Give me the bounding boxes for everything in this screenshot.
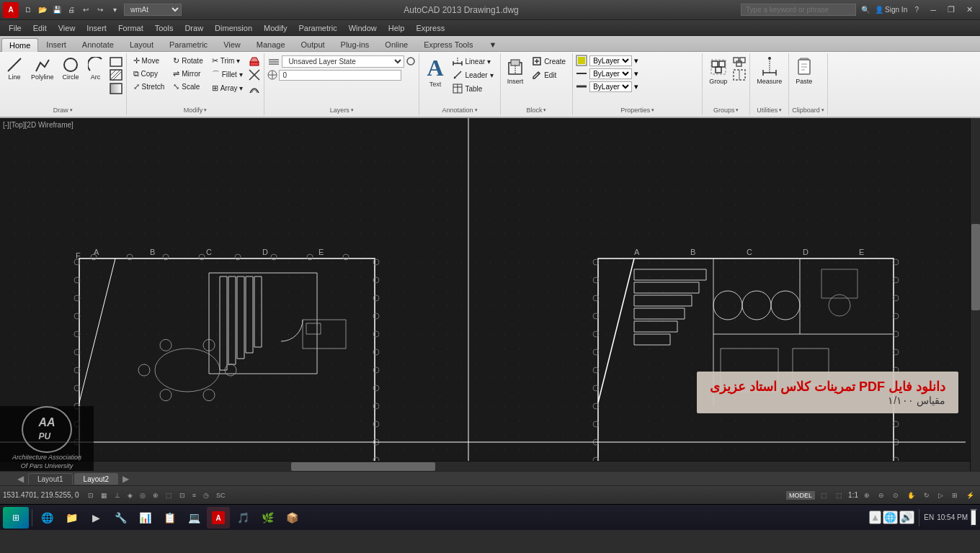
lweight-button[interactable]: ≡	[190, 490, 199, 500]
paste-button[interactable]: Paste	[792, 55, 816, 87]
viewport-lock[interactable]: ⬚	[833, 490, 845, 500]
bylayer-linetype-select[interactable]: ByLayer	[589, 68, 632, 79]
snap-button[interactable]: ⊡	[85, 490, 97, 500]
undo-button[interactable]: ↩	[79, 4, 92, 17]
color-dropdown-arrow[interactable]: ▾	[634, 56, 638, 66]
task3[interactable]: 📋	[158, 507, 181, 529]
insert-button[interactable]: Insert	[504, 55, 527, 87]
properties-group-label[interactable]: Properties ▾	[576, 105, 699, 114]
utilities-group-label[interactable]: Utilities ▾	[753, 105, 785, 114]
table-button[interactable]: Table	[449, 82, 496, 95]
sc-button[interactable]: SC	[213, 490, 228, 500]
tab-annotate[interactable]: Annotate	[74, 37, 122, 51]
help-icon[interactable]: ?	[910, 4, 923, 17]
save-button[interactable]: 💾	[50, 4, 63, 17]
orbit[interactable]: ↻	[921, 490, 932, 500]
linear-button[interactable]: Linear ▾	[449, 55, 496, 68]
array-button[interactable]: ⊞Array ▾	[208, 82, 247, 94]
leader-button[interactable]: Leader ▾	[449, 68, 496, 81]
network-icon[interactable]: 🌐	[883, 511, 898, 524]
tab-layout2[interactable]: Layout2	[74, 473, 119, 485]
arc-button[interactable]: Arc	[84, 55, 107, 83]
tab-more[interactable]: ▼	[481, 37, 504, 51]
bylayer-color-select[interactable]: ByLayer	[589, 55, 632, 66]
show-motion[interactable]: ▷	[935, 490, 946, 500]
tab-home[interactable]: Home	[1, 38, 38, 52]
rotate-button[interactable]: ↻Rotate	[169, 55, 206, 67]
copy-button[interactable]: ⧉Copy	[130, 68, 169, 80]
menu-help[interactable]: Help	[383, 22, 411, 34]
viewport-scale[interactable]: ⬚	[818, 490, 830, 500]
group-button[interactable]: Group	[705, 55, 731, 87]
close-button[interactable]: ✕	[962, 4, 977, 16]
fillet-button[interactable]: ⌒Fillet ▾	[208, 68, 247, 81]
autocad-taskbar[interactable]: A	[207, 507, 230, 529]
pan[interactable]: ✋	[904, 490, 918, 500]
tab-parametric[interactable]: Parametric	[161, 37, 215, 51]
clipboard-group-label[interactable]: Clipboard ▾	[792, 105, 824, 114]
zoom-in[interactable]: ⊕	[861, 490, 873, 500]
ie-button[interactable]: 🌐	[35, 507, 58, 529]
tab-insert[interactable]: Insert	[38, 37, 74, 51]
workspace-dropdown[interactable]: wmAt	[124, 4, 182, 16]
menu-view[interactable]: View	[53, 22, 81, 34]
restore-button[interactable]: ❐	[943, 4, 959, 16]
menu-dimension[interactable]: Dimension	[209, 22, 258, 34]
menu-parametric[interactable]: Parametric	[293, 22, 342, 34]
workspace[interactable]: ⊞	[949, 490, 961, 500]
task6[interactable]: 🌿	[256, 507, 279, 529]
edit-button[interactable]: Edit	[528, 68, 569, 81]
menu-format[interactable]: Format	[112, 22, 149, 34]
block-group-label[interactable]: Block ▾	[504, 105, 570, 114]
v-scroll-thumb[interactable]	[971, 224, 980, 310]
task5[interactable]: 🎵	[231, 507, 254, 529]
draw-group-label[interactable]: Draw ▾	[3, 105, 123, 114]
ducs-button[interactable]: ⬚	[163, 490, 175, 500]
new-button[interactable]: 🗋	[22, 4, 35, 17]
vertical-scrollbar[interactable]	[970, 118, 980, 471]
tab-express-tools[interactable]: Express Tools	[416, 37, 481, 51]
menu-file[interactable]: File	[3, 22, 27, 34]
tab-plugins[interactable]: Plug-ins	[333, 37, 378, 51]
measure-button[interactable]: Measure	[753, 55, 785, 87]
annotation-group-label[interactable]: Annotation ▾	[422, 105, 496, 114]
task1[interactable]: 🔧	[109, 507, 132, 529]
volume-icon[interactable]: 🔊	[899, 511, 914, 524]
minimize-button[interactable]: ─	[926, 4, 940, 16]
workspace-button[interactable]: ▾	[108, 4, 121, 17]
time-display[interactable]: 10:54 PM	[937, 513, 968, 522]
search-button[interactable]: 🔍	[859, 4, 872, 17]
start-button[interactable]: ⊞	[3, 507, 29, 529]
line-button[interactable]: Line	[3, 55, 26, 83]
menu-edit[interactable]: Edit	[27, 22, 53, 34]
nav-wheel[interactable]: ⊙	[890, 490, 901, 500]
tab-view[interactable]: View	[215, 37, 249, 51]
tray-show-hidden[interactable]: ▲	[869, 511, 881, 524]
zoom-out[interactable]: ⊖	[876, 490, 887, 500]
modify-group-label[interactable]: Modify ▾	[130, 105, 262, 114]
otrack-button[interactable]: ⊕	[150, 490, 161, 500]
horizontal-scrollbar[interactable]	[0, 461, 970, 471]
tab-scroll-right[interactable]: ▶	[120, 474, 132, 484]
sign-in-button[interactable]: 👤 Sign In	[875, 6, 907, 14]
tab-output[interactable]: Output	[293, 37, 333, 51]
move-button[interactable]: ✛Move	[130, 55, 169, 67]
task4[interactable]: 💻	[182, 507, 205, 529]
scale-button[interactable]: ⤡Scale	[169, 81, 206, 93]
stretch-button[interactable]: ⤢Stretch	[130, 81, 169, 93]
ortho-button[interactable]: ⊥	[112, 490, 123, 500]
groups-group-label[interactable]: Groups ▾	[705, 105, 747, 114]
redo-button[interactable]: ↪	[94, 4, 107, 17]
winamp-button[interactable]: ▶	[84, 507, 107, 529]
menu-modify[interactable]: Modify	[258, 22, 293, 34]
circle-button[interactable]: Circle	[59, 55, 83, 83]
lang-indicator[interactable]: EN	[924, 513, 934, 521]
layer-dropdown[interactable]: Unsaved Layer State	[282, 55, 404, 68]
cad-canvas[interactable]	[0, 118, 980, 471]
osnap-button[interactable]: ◎	[137, 490, 148, 500]
task2[interactable]: 📊	[133, 507, 156, 529]
mirror-button[interactable]: ⇌Mirror	[169, 68, 206, 80]
menu-window[interactable]: Window	[343, 22, 383, 34]
menu-tools[interactable]: Tools	[149, 22, 179, 34]
layer-num-input[interactable]	[279, 70, 401, 81]
